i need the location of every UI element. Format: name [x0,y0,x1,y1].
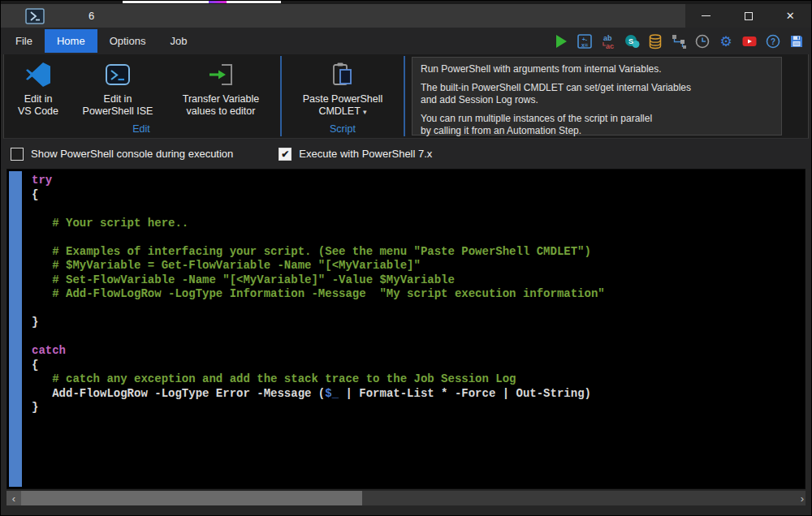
scroll-left-button[interactable]: ‹ [6,491,21,505]
svg-text:x=: x= [581,41,588,47]
scroll-right-button[interactable]: › [801,491,804,505]
close-icon: ✕ [786,11,795,21]
ribbon-group-script: Paste PowerShellCMDLET ▾ Script [283,54,402,138]
description-panel: Run PowerShell with arguments from inter… [412,57,782,135]
window-bottom-margin [1,505,811,515]
help-icon[interactable]: ? [765,33,781,49]
button-label: Paste PowerShellCMDLET ▾ [303,93,383,118]
scrollbar-thumb[interactable] [21,491,362,505]
ribbon-group-edit: Edit inVS Code Edit inPowerShell ISE Tra… [4,54,279,138]
checkbox-icon[interactable] [11,148,24,161]
code-line[interactable]: # Set-FlowVariable -Name "[<MyVariable]"… [32,273,805,288]
ribbon-separator [280,56,282,136]
code-line[interactable] [32,230,805,245]
flow-hierarchy-icon[interactable] [671,33,687,49]
window-controls: ✕ [685,4,811,28]
vscode-icon [24,60,52,89]
button-label: Transfer Variablevalues to editor [183,93,259,118]
titlebar: 6 ✕ [1,4,811,28]
info-paragraph: You can run multiplle instances of the s… [421,113,773,137]
code-line[interactable]: # $MyVariable = Get-FlowVariable -Name "… [32,259,805,273]
powershell-app-icon [25,8,45,24]
app-window: 6 ✕ File Home Options Job +-x= abac S [0,0,812,516]
transfer-arrow-icon [207,60,235,89]
script-editor[interactable]: try{ # Your script here.. # Examples of … [6,169,806,489]
sharepoint-icon[interactable]: S [624,33,640,49]
info-paragraph: Run PowerShell with arguments from inter… [421,63,773,75]
code-line[interactable]: # Examples of interfacing your script. (… [32,245,805,260]
checkbox-icon[interactable] [279,148,292,161]
code-lines[interactable]: try{ # Your script here.. # Examples of … [25,170,805,415]
paste-powershell-cmdlet-button[interactable]: Paste PowerShellCMDLET ▾ [283,54,402,123]
code-line[interactable]: # catch any exception and add the stack … [32,372,805,387]
options-bar: Show PowerShell console during execution… [1,139,811,169]
powershell-ise-icon [104,60,132,89]
minimize-button[interactable] [685,4,728,28]
code-line[interactable]: } [32,316,805,330]
menu-tab-file[interactable]: File [3,29,45,53]
menu-tab-home[interactable]: Home [45,29,97,53]
code-line[interactable]: { [32,359,805,373]
code-line[interactable]: # Add-FlowLogRow -LogType Information -M… [32,287,805,302]
youtube-icon[interactable] [741,33,758,49]
svg-text:+-: +- [582,36,588,41]
close-button[interactable]: ✕ [769,4,811,28]
edit-in-powershell-ise-button[interactable]: Edit inPowerShell ISE [72,54,163,123]
script-editor-area: try{ # Your script here.. # Examples of … [1,169,811,489]
code-line[interactable] [32,202,805,217]
quick-access-toolbar: +-x= abac S ⚙ ? [553,28,805,54]
button-label: Edit inVS Code [18,93,58,118]
scrollbar-track[interactable]: › [21,491,806,505]
desktop-strip [123,1,281,3]
save-icon[interactable] [788,33,805,49]
code-line[interactable] [32,302,805,316]
paste-clipboard-icon [329,60,356,89]
ribbon-group-script-label: Script [283,123,402,138]
rename-ab-ac-icon[interactable]: abac [600,33,616,49]
ribbon-separator [404,56,405,136]
editor-vertical-scrollbar[interactable] [9,171,22,487]
code-line[interactable]: Add-FlowLogRow -LogType Error -Message (… [32,387,805,402]
code-line[interactable]: # Your script here.. [32,217,805,231]
horizontal-scrollbar[interactable]: ‹ › [6,491,806,505]
transfer-variable-values-button[interactable]: Transfer Variablevalues to editor [163,54,279,123]
run-play-icon[interactable] [553,33,569,49]
menu-bar: File Home Options Job +-x= abac S [1,28,811,54]
code-line[interactable]: catch [32,344,805,359]
svg-text:ac: ac [606,41,614,49]
code-line[interactable] [32,330,805,345]
settings-gear-icon[interactable]: ⚙ [718,33,734,49]
database-icon[interactable] [647,33,663,49]
chevron-down-icon: ▾ [363,108,367,116]
desktop-strip-accent [209,1,227,3]
code-line[interactable]: { [32,188,805,203]
variables-calculator-icon[interactable]: +-x= [577,33,593,49]
code-line[interactable]: try [32,174,805,188]
svg-text:S: S [628,37,633,45]
window-title: 6 [89,10,94,22]
code-line[interactable]: } [32,401,805,415]
powershell7-checkbox[interactable]: Execute with PowerShell 7.x [279,148,432,161]
show-console-checkbox[interactable]: Show PowerShell console during execution [11,148,233,161]
ribbon: Edit inVS Code Edit inPowerShell ISE Tra… [3,54,809,139]
menu-tab-options[interactable]: Options [97,29,158,53]
svg-text:?: ? [771,37,775,46]
checkbox-label: Show PowerShell console during execution [31,148,233,160]
ribbon-group-edit-label: Edit [4,123,279,138]
maximize-icon [745,12,753,20]
button-label: Edit inPowerShell ISE [83,93,153,118]
svg-text:⚙: ⚙ [719,33,732,49]
checkbox-label: Execute with PowerShell 7.x [299,148,432,160]
maximize-button[interactable] [728,4,770,28]
clock-icon[interactable] [694,33,710,49]
menu-tab-job[interactable]: Job [158,29,199,53]
svg-text:ab: ab [603,34,612,42]
edit-in-vscode-button[interactable]: Edit inVS Code [4,54,72,123]
info-paragraph: The built-in PowerShell CMDLET can set/g… [421,82,773,106]
minimize-icon [702,15,710,16]
